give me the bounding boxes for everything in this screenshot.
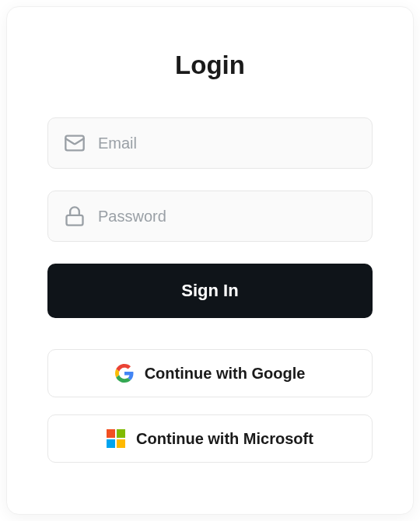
login-card: Login Sign In bbox=[6, 6, 414, 515]
password-input[interactable] bbox=[98, 208, 356, 226]
email-field-group[interactable] bbox=[47, 117, 373, 169]
signin-button[interactable]: Sign In bbox=[47, 264, 373, 318]
microsoft-oauth-button[interactable]: Continue with Microsoft bbox=[47, 414, 373, 463]
svg-rect-1 bbox=[67, 215, 83, 226]
signin-button-label: Sign In bbox=[181, 281, 238, 300]
password-field-group[interactable] bbox=[47, 191, 373, 242]
google-icon bbox=[115, 364, 134, 383]
google-oauth-button[interactable]: Continue with Google bbox=[47, 349, 373, 397]
mail-icon bbox=[64, 132, 86, 154]
microsoft-button-label: Continue with Microsoft bbox=[136, 430, 313, 448]
lock-icon bbox=[64, 205, 86, 227]
microsoft-icon bbox=[107, 429, 125, 448]
svg-rect-0 bbox=[65, 136, 83, 151]
google-button-label: Continue with Google bbox=[145, 365, 306, 383]
page-title: Login bbox=[47, 51, 373, 80]
email-input[interactable] bbox=[98, 135, 356, 152]
